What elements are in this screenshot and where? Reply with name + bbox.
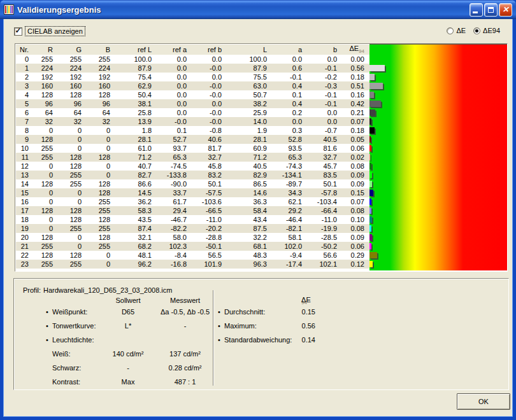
table-row[interactable]: 130255082.7-133.883.282.9-134.183.50.09 bbox=[16, 171, 369, 179]
table-row[interactable]: 160025536.261.7-103.636.362.1-103.40.07 bbox=[16, 197, 369, 206]
table-row[interactable]: 18012812843.5-46.7-11.043.4-46.4-11.00.1… bbox=[16, 215, 369, 224]
table-row[interactable]: 91280028.152.740.628.152.840.50.05 bbox=[16, 135, 369, 144]
table-row[interactable]: 21255025568.2102.3-50.168.1102.0-50.20.0… bbox=[16, 242, 369, 251]
cell-b: 128 bbox=[87, 153, 115, 162]
cell-l: 100.0 bbox=[227, 55, 272, 64]
table-row[interactable]: 1125512812871.265.332.771.265.332.70.02 bbox=[16, 153, 369, 162]
checkbox-box[interactable]: ✓ bbox=[14, 27, 22, 36]
cell-a: 58.1 bbox=[272, 233, 307, 242]
table-row[interactable]: 412812812850.40.0-0.050.70.1-0.10.16 bbox=[16, 90, 369, 99]
cell-l: 96.3 bbox=[227, 260, 272, 269]
radio-delta-e[interactable]: ΔE bbox=[447, 27, 466, 34]
table-row[interactable]: 19025525587.4-82.2-20.287.5-82.1-19.90.0… bbox=[16, 224, 369, 233]
table-row[interactable]: 122422422487.90.0-0.087.90.6-0.10.56 bbox=[16, 64, 369, 73]
cell-r: 160 bbox=[34, 81, 58, 90]
dialog-window: Validierungsergebnis ✕ ✓ CIELAB anzeigen… bbox=[0, 0, 516, 420]
cell-ref_b: -50.1 bbox=[192, 242, 227, 251]
minimize-button[interactable] bbox=[469, 3, 483, 17]
cell-ref_a: 65.3 bbox=[157, 153, 192, 162]
title-bar[interactable]: Validierungsergebnis ✕ bbox=[0, 0, 516, 19]
table-row[interactable]: 664646425.80.0-0.025.90.20.00.21 bbox=[16, 108, 369, 117]
cell-r: 128 bbox=[34, 90, 58, 99]
table-row[interactable]: 219219219275.40.00.075.5-0.1-0.20.18 bbox=[16, 73, 369, 81]
cell-nr: 20 bbox=[16, 233, 34, 242]
cell-ref_a: 0.0 bbox=[157, 108, 192, 117]
cell-b: 0 bbox=[87, 144, 115, 153]
cell-ref_a: 0.1 bbox=[157, 126, 192, 135]
col-header-r: R bbox=[34, 45, 58, 55]
table-row[interactable]: 1412825512886.6-90.050.186.5-89.750.10.0… bbox=[16, 179, 369, 188]
cell-de94: 0.18 bbox=[342, 126, 369, 135]
cell-r: 32 bbox=[34, 117, 58, 126]
cell-g: 0 bbox=[58, 135, 87, 144]
table-row[interactable]: 316016016062.90.0-0.063.00.4-0.30.51 bbox=[16, 81, 369, 90]
cell-a: 34.3 bbox=[272, 188, 307, 197]
delta-e-bar bbox=[369, 216, 372, 223]
table-row[interactable]: 732323213.9-0.0-0.014.00.00.00.07 bbox=[16, 117, 369, 126]
cell-ref_l: 1.8 bbox=[115, 126, 157, 135]
cell-b: 128 bbox=[87, 233, 115, 242]
radio-delta-e94[interactable]: ΔE94 bbox=[473, 27, 500, 34]
delta-e-bar bbox=[369, 154, 370, 160]
table-row[interactable]: 20128012832.158.0-28.832.258.1-28.50.09 bbox=[16, 233, 369, 242]
cell-ref_a: -82.2 bbox=[157, 224, 192, 233]
radio-delta-e94-label: ΔE94 bbox=[483, 27, 500, 34]
check-icon: ✓ bbox=[15, 27, 21, 34]
cell-g: 255 bbox=[58, 171, 87, 179]
cell-ref_l: 87.4 bbox=[115, 224, 157, 233]
cell-b: 96 bbox=[87, 99, 115, 108]
cell-r: 0 bbox=[34, 215, 58, 224]
table-row[interactable]: 102550061.093.781.760.993.581.60.06 bbox=[16, 144, 369, 153]
radio-circle-de94[interactable] bbox=[473, 27, 480, 34]
table-row[interactable]: 120128040.7-74.545.840.5-74.345.70.08 bbox=[16, 162, 369, 171]
cell-nr: 23 bbox=[16, 260, 34, 269]
tonwertkurve-label: Tonwertkurve: bbox=[52, 322, 96, 330]
radio-circle-de[interactable] bbox=[447, 27, 454, 34]
table-row[interactable]: 23255255096.2-16.8101.996.3-17.4102.10.1… bbox=[16, 260, 369, 269]
cell-g: 96 bbox=[58, 99, 87, 108]
delta-e-bar bbox=[369, 261, 373, 267]
ok-button[interactable]: OK bbox=[457, 393, 510, 410]
delta-e-bar bbox=[369, 207, 371, 214]
maximum-label: Maximum: bbox=[224, 322, 257, 330]
cell-g: 255 bbox=[58, 179, 87, 188]
cell-a: -9.4 bbox=[272, 251, 307, 260]
cell-a: -46.4 bbox=[272, 215, 307, 224]
cell-b: 128 bbox=[87, 179, 115, 188]
table-row[interactable]: 596969638.10.00.038.20.4-0.10.42 bbox=[16, 99, 369, 108]
cell-g: 32 bbox=[58, 117, 87, 126]
weiss-label: Weiß: bbox=[52, 350, 71, 358]
cell-b: -0.1 bbox=[307, 64, 342, 73]
profile-filename: Hardwarekali_120_D65_23_03_2008.icm bbox=[43, 286, 172, 294]
kontrast-sollwert: Max bbox=[103, 378, 154, 386]
cielab-checkbox[interactable]: ✓ CIELAB anzeigen bbox=[14, 27, 85, 36]
delta-e-bar bbox=[369, 252, 377, 258]
app-icon bbox=[4, 4, 14, 15]
table-row[interactable]: 0255255255100.00.00.0100.00.00.00.00 bbox=[16, 55, 369, 64]
table-row[interactable]: 1712812825558.329.4-66.558.429.2-66.40.0… bbox=[16, 206, 369, 215]
cell-l: 50.7 bbox=[227, 90, 272, 99]
table-row[interactable]: 150012814.533.7-57.514.634.3-57.80.15 bbox=[16, 188, 369, 197]
cell-ref_b: -0.0 bbox=[192, 81, 227, 90]
bullet-icon: • bbox=[218, 308, 220, 316]
cell-ref_l: 62.9 bbox=[115, 81, 157, 90]
cell-g: 0 bbox=[58, 233, 87, 242]
cell-l: 82.9 bbox=[227, 171, 272, 179]
cell-ref_l: 86.6 bbox=[115, 179, 157, 188]
table-row[interactable]: 22128128048.1-8.456.548.3-9.456.60.29 bbox=[16, 251, 369, 260]
cell-b: 255 bbox=[87, 224, 115, 233]
maximize-button[interactable] bbox=[484, 3, 498, 17]
cell-ref_l: 32.1 bbox=[115, 233, 157, 242]
cell-b: -0.2 bbox=[307, 73, 342, 81]
cell-r: 64 bbox=[34, 108, 58, 117]
cell-ref_a: 0.0 bbox=[157, 81, 192, 90]
cell-ref_a: 93.7 bbox=[157, 144, 192, 153]
table-row[interactable]: 80001.80.1-0.81.90.3-0.70.18 bbox=[16, 126, 369, 135]
close-button[interactable]: ✕ bbox=[499, 3, 512, 17]
cell-ref_b: 101.9 bbox=[192, 260, 227, 269]
delta-e-bar bbox=[369, 243, 371, 249]
delta-e-bar bbox=[369, 145, 371, 151]
cell-ref_b: -20.2 bbox=[192, 224, 227, 233]
cell-nr: 15 bbox=[16, 188, 34, 197]
cell-ref_a: 52.7 bbox=[157, 135, 192, 144]
